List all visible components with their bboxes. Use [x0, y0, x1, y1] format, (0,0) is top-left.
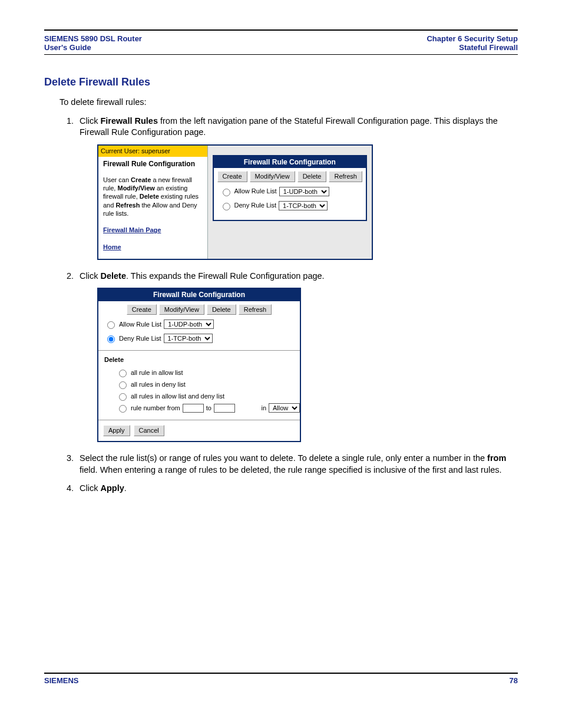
allow-rule-radio-2[interactable] — [107, 321, 115, 329]
page-footer: SIEMENS 78 — [44, 674, 518, 685]
step4-post: . — [124, 483, 127, 493]
opt-range-in: in — [261, 404, 266, 413]
footer-brand: SIEMENS — [44, 676, 79, 685]
link-firewall-main[interactable]: Firewall Main Page — [103, 226, 203, 235]
opt-all-deny-radio[interactable] — [119, 381, 127, 389]
deny-rule-select[interactable]: 1-TCP-both — [279, 201, 328, 210]
deny-rule-label: Deny Rule List — [234, 201, 277, 210]
footer-page-number: 78 — [510, 676, 518, 685]
apply-button[interactable]: Apply — [103, 425, 130, 436]
range-to-input[interactable] — [214, 404, 235, 413]
range-from-input[interactable] — [183, 404, 204, 413]
deny-rule-radio[interactable] — [223, 203, 230, 210]
allow-rule-radio[interactable] — [223, 189, 230, 196]
step2-pre: Click — [80, 271, 100, 281]
header-right-line1: Chapter 6 Security Setup — [427, 34, 518, 43]
step-1: Click Firewall Rules from the left navig… — [76, 116, 518, 260]
step-3: Select the rule list(s) or range of rule… — [76, 453, 518, 476]
opt-range-pre: rule number from — [131, 404, 180, 413]
opt-all-both-label: all rules in allow list and deny list — [131, 392, 224, 401]
step2-bold: Delete — [100, 271, 126, 281]
deny-rule-select-2[interactable]: 1-TCP-both — [164, 334, 213, 343]
refresh-button[interactable]: Refresh — [329, 171, 362, 182]
section-title: Delete Firewall Rules — [44, 76, 518, 88]
opt-all-deny-label: all rules in deny list — [131, 380, 186, 389]
allow-rule-select[interactable]: 1-UDP-both — [279, 187, 329, 196]
allow-rule-label: Allow Rule List — [234, 187, 277, 196]
create-button-2[interactable]: Create — [127, 304, 157, 315]
refresh-button-2[interactable]: Refresh — [239, 304, 272, 315]
allow-rule-label-2: Allow Rule List — [119, 320, 161, 329]
step1-pre: Click — [80, 116, 100, 126]
allow-rule-select-2[interactable]: 1-UDP-both — [164, 319, 214, 329]
header-right-line2: Stateful Firewall — [427, 43, 518, 52]
step1-bold: Firewall Rules — [100, 116, 158, 126]
screenshot-delete-expanded: Firewall Rule Configuration Create Modif… — [97, 288, 301, 442]
opt-range-mid: to — [206, 404, 211, 413]
page-header: SIEMENS 5890 DSL Router User's Guide Cha… — [44, 33, 518, 54]
config-box-title: Firewall Rule Configuration — [214, 156, 366, 168]
step3-pre: Select the rule list(s) or range of rule… — [80, 453, 487, 463]
left-panel-title: Firewall Rule Configuration — [103, 159, 203, 169]
modify-view-button-2[interactable]: Modify/View — [159, 304, 204, 315]
delete-button-2[interactable]: Delete — [207, 304, 236, 315]
opt-all-allow-radio[interactable] — [119, 370, 127, 377]
step3-post: field. When entering a range of rules to… — [80, 465, 502, 475]
deny-rule-radio-2[interactable] — [107, 335, 115, 343]
header-left-line2: User's Guide — [44, 43, 142, 52]
step2-post: . This expands the Firewall Rule Configu… — [126, 271, 325, 281]
config-box-title-2: Firewall Rule Configuration — [98, 289, 300, 301]
step3-bold: from — [487, 453, 506, 463]
opt-range-radio[interactable] — [119, 405, 127, 413]
link-home[interactable]: Home — [103, 243, 203, 252]
range-list-select[interactable]: Allow — [269, 403, 300, 413]
step4-bold: Apply — [100, 483, 124, 493]
step4-pre: Click — [80, 483, 100, 493]
create-button[interactable]: Create — [217, 171, 247, 182]
opt-all-allow-label: all rule in allow list — [131, 368, 183, 377]
help-text: User can Create a new firewall rule, Mod… — [103, 176, 203, 218]
screenshot-config-page: Current User: superuser Firewall Rule Co… — [97, 144, 373, 260]
delete-button[interactable]: Delete — [297, 171, 327, 182]
current-user-bar: Current User: superuser — [98, 146, 207, 157]
opt-all-both-radio[interactable] — [119, 393, 127, 401]
modify-view-button[interactable]: Modify/View — [250, 171, 295, 182]
step-4: Click Apply. — [76, 483, 518, 495]
deny-rule-label-2: Deny Rule List — [119, 334, 161, 343]
intro-text: To delete firewall rules: — [59, 97, 518, 108]
step-2: Click Delete. This expands the Firewall … — [76, 271, 518, 442]
delete-section-label: Delete — [98, 351, 300, 367]
header-left-line1: SIEMENS 5890 DSL Router — [44, 34, 142, 43]
cancel-button[interactable]: Cancel — [134, 425, 164, 436]
